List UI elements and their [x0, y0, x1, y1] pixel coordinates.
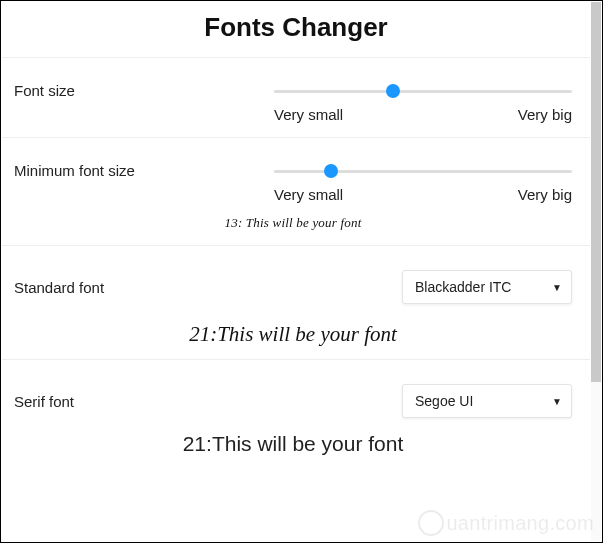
scrollbar-track[interactable]: [591, 2, 601, 541]
slider-track: [274, 90, 572, 93]
slider-track: [274, 170, 572, 173]
scrollbar-thumb[interactable]: [591, 2, 601, 382]
serif-font-preview: 21:This will be your font: [14, 432, 572, 456]
settings-panel: Fonts Changer Font size Very small Very …: [0, 0, 603, 543]
standard-font-preview: 21:This will be your font: [14, 322, 572, 347]
slider-min-label: Very small: [274, 106, 343, 123]
select-value: Blackadder ITC: [415, 279, 511, 295]
standard-font-select[interactable]: Blackadder ITC: [402, 270, 572, 304]
section-font-size: Font size Very small Very big: [2, 57, 590, 137]
slider-max-label: Very big: [518, 106, 572, 123]
section-standard-font: Standard font Blackadder ITC ▼ 21:This w…: [2, 245, 590, 359]
serif-font-label: Serif font: [14, 393, 274, 410]
min-font-size-label: Minimum font size: [14, 162, 274, 179]
slider-min-label: Very small: [274, 186, 343, 203]
font-size-label: Font size: [14, 82, 274, 99]
slider-max-label: Very big: [518, 186, 572, 203]
section-serif-font: Serif font Segoe UI ▼ 21:This will be yo…: [2, 359, 590, 470]
slider-handle[interactable]: [386, 84, 400, 98]
slider-handle[interactable]: [324, 164, 338, 178]
standard-font-label: Standard font: [14, 279, 274, 296]
section-min-font-size: Minimum font size Very small Very big 13…: [2, 137, 590, 245]
min-font-preview: 13: This will be your font: [14, 215, 572, 231]
page-title: Fonts Changer: [2, 2, 590, 57]
select-value: Segoe UI: [415, 393, 473, 409]
font-size-slider[interactable]: [274, 82, 572, 100]
min-font-size-slider[interactable]: [274, 162, 572, 180]
scroll-content: Fonts Changer Font size Very small Very …: [2, 2, 590, 541]
serif-font-select[interactable]: Segoe UI: [402, 384, 572, 418]
